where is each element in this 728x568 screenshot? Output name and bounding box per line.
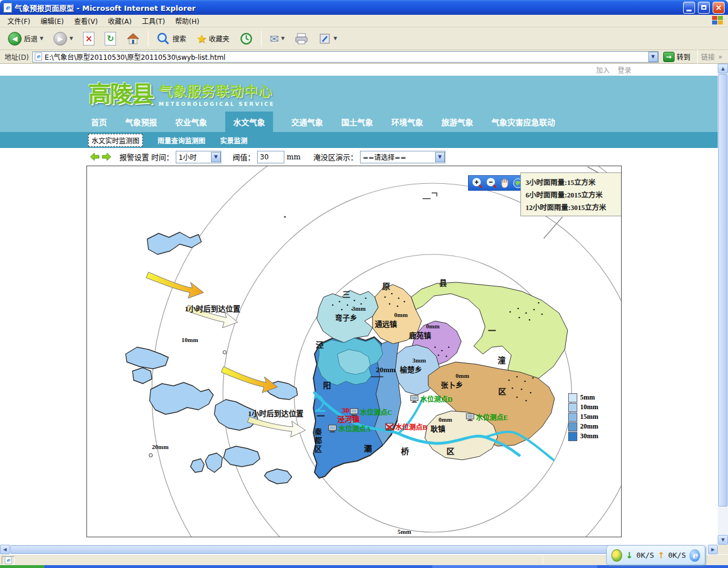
- scroll-left-button[interactable]: ◀: [0, 545, 10, 554]
- ie-browser-icon[interactable]: e: [689, 549, 700, 562]
- login-link[interactable]: 登录: [618, 65, 631, 75]
- menu-favorites[interactable]: 收藏(A): [103, 15, 137, 27]
- legend-row: 5mm: [568, 393, 598, 402]
- print-button[interactable]: [292, 31, 311, 46]
- station-a[interactable]: 水位测点A: [328, 423, 371, 434]
- edit-button[interactable]: ▼: [316, 31, 339, 46]
- nav-disaster-emergency[interactable]: 气象灾害应急联动: [491, 112, 555, 132]
- menu-file[interactable]: 文件(F): [2, 15, 35, 27]
- menu-view[interactable]: 查看(V): [69, 15, 103, 27]
- subnav-live-monitor[interactable]: 实景监测: [220, 135, 247, 145]
- vertical-scroll-thumb[interactable]: [718, 74, 727, 507]
- flood-demo-select[interactable]: ==请选择== ▼: [360, 151, 445, 163]
- nav-agriculture[interactable]: 农业气象: [175, 112, 207, 132]
- station-e[interactable]: 水位测点E: [466, 412, 508, 422]
- search-button[interactable]: 搜索: [154, 31, 188, 47]
- legend-swatch-5mm: [568, 393, 577, 402]
- menu-tools[interactable]: 工具(T): [136, 15, 170, 27]
- threshold-input[interactable]: [257, 151, 284, 163]
- flood-demo-label: 淹没区演示：: [313, 151, 358, 162]
- search-label: 搜索: [172, 34, 186, 43]
- mail-dropdown-icon[interactable]: ▼: [281, 36, 284, 41]
- nav-hydrology-selected[interactable]: 水文气象: [225, 112, 273, 132]
- refresh-button[interactable]: ↻: [102, 31, 118, 47]
- title-bar[interactable]: e 气象预报页面原型 - Microsoft Internet Explorer…: [0, 0, 728, 15]
- nav-traffic[interactable]: 交通气象: [291, 112, 323, 132]
- zoom-out-icon[interactable]: [486, 178, 497, 189]
- scroll-down-button[interactable]: ▼: [718, 535, 728, 545]
- region-name-wanzixiang: 弯子乡: [335, 312, 357, 323]
- time-select-value: 1小时: [176, 152, 211, 162]
- time-select-arrow-icon[interactable]: ▼: [211, 152, 221, 162]
- back-dropdown-icon[interactable]: ▼: [40, 36, 43, 41]
- address-dropdown-button[interactable]: ▼: [648, 52, 658, 62]
- hydrology-map[interactable]: 10mm 20mm 5mm 1小时后到达位置 1小时后到达位置 3mm 弯子乡 …: [86, 166, 622, 537]
- go-button[interactable]: → 转到: [662, 51, 694, 63]
- next-arrow-icon[interactable]: [102, 153, 111, 161]
- rainfall-legend: 5mm 10mm 15mm 20mm 30mm: [568, 393, 598, 441]
- zoom-in-icon[interactable]: [471, 178, 483, 189]
- flood-select-arrow-icon[interactable]: ▼: [435, 152, 445, 162]
- start-button-edge[interactable]: [0, 565, 44, 568]
- minimize-button[interactable]: [683, 2, 695, 14]
- main-nav: 首页 气象预报 农业气象 水文气象 交通气象 国土气象 环境气象 旅游气象 气象…: [0, 112, 718, 132]
- forward-dropdown-icon[interactable]: ▼: [69, 36, 73, 41]
- region-name-tongyuanzhen: 通远镇: [375, 318, 397, 329]
- back-icon: ◀: [8, 32, 22, 46]
- station-d[interactable]: 水位测点D: [410, 394, 453, 404]
- status-page-panel: e: [2, 556, 15, 565]
- join-link[interactable]: 加入: [596, 65, 610, 75]
- alarm-controls: 报警设置 时间： 1小时 ▼ 阀值： mm 淹没区演示： ==请选择== ▼: [0, 148, 718, 166]
- legend-swatch-10mm: [568, 403, 577, 412]
- go-arrow-icon: →: [663, 52, 675, 62]
- nav-environment[interactable]: 环境气象: [391, 112, 423, 132]
- nav-weather-forecast[interactable]: 气象预报: [125, 112, 157, 132]
- favorites-button[interactable]: ★ 收藏夹: [194, 31, 231, 47]
- links-button[interactable]: 链接 »: [701, 52, 726, 61]
- address-url[interactable]: E:\气象台\原型20110530\原型20110530\swyb-list.h…: [45, 52, 646, 61]
- upload-arrow-icon: ↑: [657, 550, 665, 561]
- forward-button[interactable]: ▶ ▼: [51, 31, 75, 47]
- nav-land[interactable]: 国土气象: [341, 112, 373, 132]
- network-speed-widget[interactable]: ↓ 0K/S ↑ 0K/S e: [606, 545, 705, 565]
- rainfall-12h: 12小时面雨量:3015立方米: [526, 201, 619, 212]
- home-button[interactable]: [124, 31, 142, 47]
- print-icon: [295, 32, 308, 45]
- vertical-scrollbar[interactable]: ▲ ▼: [718, 64, 728, 545]
- scroll-up-button[interactable]: ▲: [718, 64, 728, 73]
- outside-label-qu-bottom: 区: [446, 445, 454, 456]
- prev-arrow-icon[interactable]: [90, 153, 100, 161]
- flood-demo-select-value: ==请选择==: [361, 152, 435, 162]
- back-button[interactable]: ◀ 后退 ▼: [6, 31, 46, 47]
- legend-label-20mm: 20mm: [580, 422, 598, 431]
- subnav-rain-query[interactable]: 雨量查询监测图: [158, 135, 205, 145]
- history-button[interactable]: [237, 31, 255, 47]
- horizontal-scroll-thumb[interactable]: [10, 545, 647, 554]
- nav-home[interactable]: 首页: [91, 112, 107, 132]
- mail-button[interactable]: ✉ ▼: [267, 31, 287, 46]
- nav-tourism[interactable]: 旅游气象: [441, 112, 473, 132]
- time-select[interactable]: 1小时 ▼: [176, 151, 221, 163]
- station-b[interactable]: 水位测点B: [385, 422, 427, 432]
- region-name-gengzhen: 耿镇: [431, 423, 445, 434]
- pan-hand-icon[interactable]: [499, 178, 510, 189]
- 360-safety-icon[interactable]: [611, 549, 622, 562]
- windows-taskbar[interactable]: [0, 565, 728, 568]
- threshold-unit: mm: [287, 153, 301, 161]
- region-value-tongyuanzhen: 0mm: [394, 311, 408, 318]
- logo-subtitle: METEOROLOGICAL SERVICE: [159, 101, 275, 107]
- scroll-right-button[interactable]: ▶: [708, 545, 718, 554]
- subnav-realtime-monitor-selected[interactable]: 水文实时监测图: [88, 134, 143, 147]
- station-c[interactable]: 水位测点C: [350, 407, 392, 417]
- status-separator: [543, 556, 543, 564]
- restore-button[interactable]: [698, 2, 710, 14]
- close-button[interactable]: ×: [713, 2, 725, 14]
- menu-edit[interactable]: 编辑(E): [35, 15, 69, 27]
- address-field[interactable]: e E:\气象台\原型20110530\原型20110530\swyb-list…: [32, 51, 659, 63]
- edit-dropdown-icon[interactable]: ▼: [333, 36, 337, 41]
- download-speed: 0K/S: [636, 551, 654, 559]
- menu-bar: 文件(F) 编辑(E) 查看(V) 收藏(A) 工具(T) 帮助(H): [0, 15, 728, 27]
- menu-help[interactable]: 帮助(H): [170, 15, 204, 27]
- region-name-luyuanzhen: 鹿苑镇: [409, 330, 431, 340]
- stop-button[interactable]: ×: [81, 31, 97, 47]
